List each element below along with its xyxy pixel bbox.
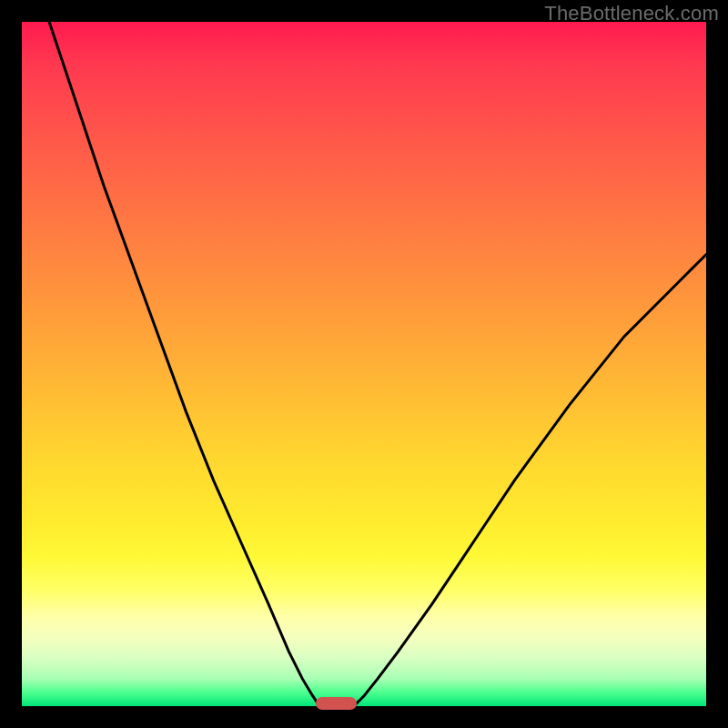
curve-left-branch	[49, 22, 319, 706]
minimum-marker	[316, 697, 357, 710]
watermark-text: TheBottleneck.com	[544, 2, 719, 25]
bottleneck-curve	[22, 22, 706, 706]
curve-right-branch	[354, 255, 706, 706]
